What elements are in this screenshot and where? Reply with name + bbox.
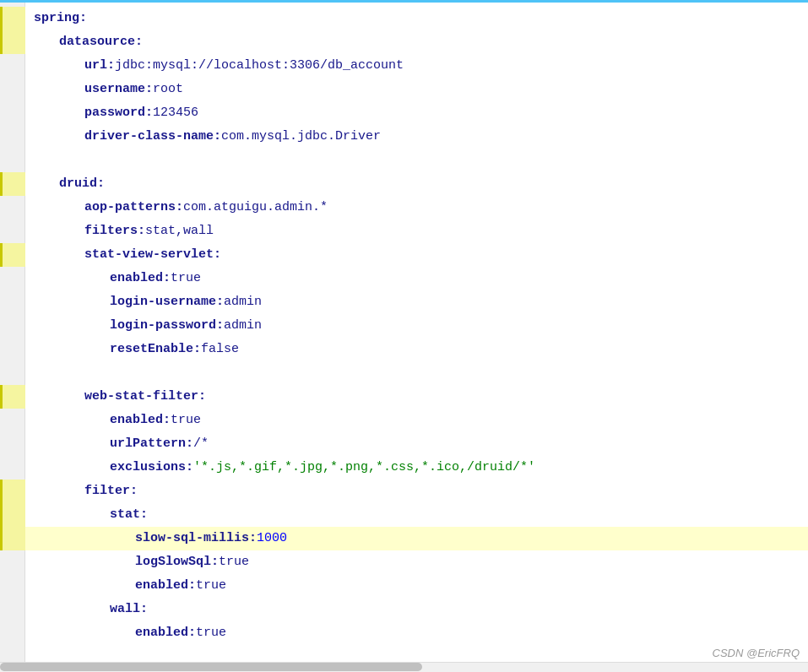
table-row: driver-class-name: com.mysql.jdbc.Driver xyxy=(25,125,808,149)
gutter-line xyxy=(0,196,25,219)
gutter-line xyxy=(0,78,25,101)
yaml-key: login-password: xyxy=(110,314,224,338)
table-row: filter: xyxy=(25,480,808,503)
yaml-key: driver-class-name: xyxy=(84,125,221,149)
code-area[interactable]: spring:datasource:url: jdbc:mysql://loca… xyxy=(25,0,808,672)
yaml-key: spring: xyxy=(34,7,87,30)
yaml-value: true xyxy=(171,267,201,290)
gutter-line xyxy=(0,456,25,480)
yaml-key: stat-view-servlet: xyxy=(84,243,221,267)
table-row: aop-patterns: com.atguigu.admin.* xyxy=(25,196,808,219)
top-border xyxy=(0,0,808,3)
yaml-key: aop-patterns: xyxy=(84,196,183,219)
gutter-line xyxy=(0,550,25,574)
yaml-key: enabled: xyxy=(135,574,196,598)
table-row: web-stat-filter: xyxy=(25,385,808,409)
yaml-value: com.mysql.jdbc.Driver xyxy=(221,125,381,149)
yaml-key: wall: xyxy=(110,598,148,621)
gutter-line xyxy=(0,290,25,314)
table-row: slow-sql-millis: 1000 xyxy=(25,527,808,550)
table-row: url: jdbc:mysql://localhost:3306/db_acco… xyxy=(25,54,808,78)
yaml-key: enabled: xyxy=(110,267,171,290)
yaml-value: true xyxy=(196,574,226,598)
yaml-value: admin xyxy=(224,290,262,314)
yaml-key: datasource: xyxy=(59,30,143,54)
table-row: enabled: true xyxy=(25,409,808,432)
gutter-line xyxy=(0,503,25,527)
yaml-key: exclusions: xyxy=(110,456,193,480)
gutter-line xyxy=(0,7,25,30)
table-row: logSlowSql: true xyxy=(25,550,808,574)
gutter-line xyxy=(0,314,25,338)
gutter-line xyxy=(0,172,25,196)
table-row: urlPattern: /* xyxy=(25,432,808,456)
table-row: resetEnable: false xyxy=(25,338,808,361)
gutter xyxy=(0,0,25,672)
yaml-key: filter: xyxy=(84,480,138,503)
gutter-line xyxy=(0,432,25,456)
yaml-value: jdbc:mysql://localhost:3306/db_account xyxy=(115,54,404,78)
table-row: filters: stat,wall xyxy=(25,219,808,243)
yaml-value: admin xyxy=(224,314,262,338)
yaml-value-string: '*.js,*.gif,*.jpg,*.png,*.css,*.ico,/dru… xyxy=(193,456,535,480)
gutter-line xyxy=(0,385,25,409)
yaml-key: enabled: xyxy=(110,409,171,432)
gutter-line xyxy=(0,54,25,78)
yaml-value: false xyxy=(201,338,239,361)
yaml-key: web-stat-filter: xyxy=(84,385,206,409)
gutter-line xyxy=(0,125,25,149)
gutter-line xyxy=(0,480,25,503)
gutter-line xyxy=(0,149,25,172)
gutter-line xyxy=(0,598,25,621)
yaml-key: username: xyxy=(84,78,153,101)
table-row: datasource: xyxy=(25,30,808,54)
gutter-line xyxy=(0,574,25,598)
table-row: enabled: true xyxy=(25,267,808,290)
yaml-key: password: xyxy=(84,101,153,125)
horizontal-scrollbar[interactable] xyxy=(0,662,808,672)
table-row: wall: xyxy=(25,598,808,621)
yaml-value: /* xyxy=(193,432,209,456)
table-row xyxy=(25,149,808,172)
yaml-value: 123456 xyxy=(153,101,198,125)
table-row: login-password: admin xyxy=(25,314,808,338)
yaml-value: stat,wall xyxy=(145,219,214,243)
yaml-key: slow-sql-millis: xyxy=(135,527,257,550)
yaml-value: root xyxy=(153,78,183,101)
yaml-key: login-username: xyxy=(110,290,224,314)
gutter-line xyxy=(0,338,25,361)
scrollbar-thumb[interactable] xyxy=(0,663,422,671)
yaml-key: url: xyxy=(84,54,115,78)
gutter-line xyxy=(0,409,25,432)
watermark: CSDN @EricFRQ xyxy=(713,647,800,659)
gutter-line xyxy=(0,361,25,385)
table-row: druid: xyxy=(25,172,808,196)
code-editor: spring:datasource:url: jdbc:mysql://loca… xyxy=(0,0,808,672)
gutter-line xyxy=(0,219,25,243)
yaml-value: true xyxy=(196,621,226,645)
table-row: username: root xyxy=(25,78,808,101)
table-row: spring: xyxy=(25,7,808,30)
yaml-key: urlPattern: xyxy=(110,432,193,456)
table-row: stat-view-servlet: xyxy=(25,243,808,267)
gutter-line xyxy=(0,243,25,267)
table-row: enabled: true xyxy=(25,621,808,645)
yaml-value: true xyxy=(171,409,201,432)
yaml-value-number: 1000 xyxy=(257,527,287,550)
table-row: exclusions: '*.js,*.gif,*.jpg,*.png,*.cs… xyxy=(25,456,808,480)
yaml-value: true xyxy=(219,550,249,574)
table-row xyxy=(25,361,808,385)
gutter-line xyxy=(0,621,25,645)
yaml-value: com.atguigu.admin.* xyxy=(183,196,328,219)
table-row: enabled: true xyxy=(25,574,808,598)
yaml-key: logSlowSql: xyxy=(135,550,219,574)
gutter-line xyxy=(0,101,25,125)
table-row: password: 123456 xyxy=(25,101,808,125)
yaml-key: enabled: xyxy=(135,621,196,645)
line-area: spring:datasource:url: jdbc:mysql://loca… xyxy=(0,0,808,672)
yaml-key: stat: xyxy=(110,503,148,527)
gutter-line xyxy=(0,267,25,290)
gutter-line xyxy=(0,30,25,54)
yaml-key: druid: xyxy=(59,172,105,196)
table-row: login-username: admin xyxy=(25,290,808,314)
